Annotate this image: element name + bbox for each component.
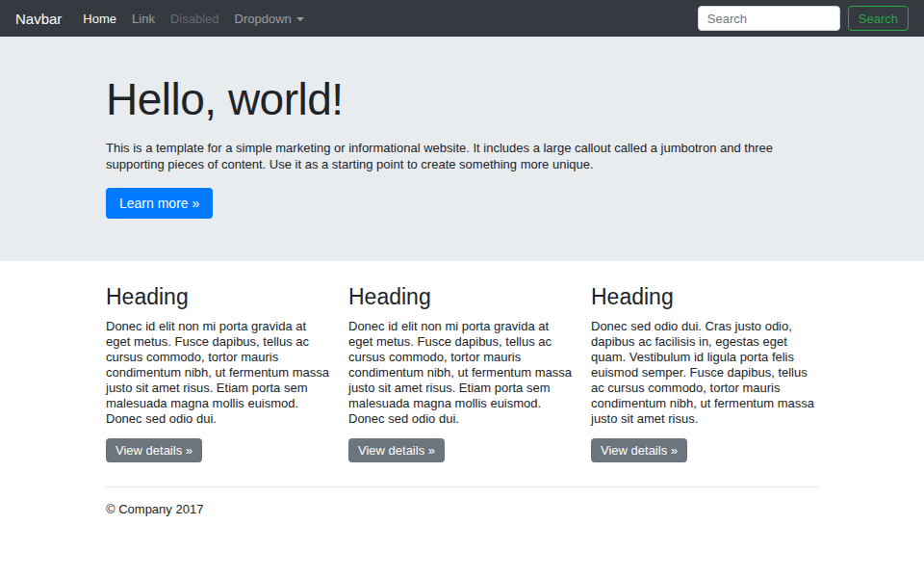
search-form: Search bbox=[698, 6, 909, 31]
page-title: Hello, world! bbox=[106, 75, 818, 124]
column-body: Donec id elit non mi porta gravida at eg… bbox=[348, 319, 576, 427]
nav-item-dropdown[interactable]: Dropdown bbox=[227, 12, 312, 26]
view-details-button-3[interactable]: View details » bbox=[591, 438, 687, 462]
learn-more-button[interactable]: Learn more » bbox=[106, 188, 213, 219]
nav-item-dropdown-label: Dropdown bbox=[235, 12, 292, 26]
footer: © Company 2017 bbox=[106, 502, 818, 516]
column-heading: Heading bbox=[106, 284, 333, 310]
nav-item-link[interactable]: Link bbox=[124, 12, 163, 26]
column-body: Donec id elit non mi porta gravida at eg… bbox=[106, 319, 333, 427]
column-body: Donec sed odio dui. Cras justo odio, dap… bbox=[591, 319, 818, 427]
nav-item-disabled: Disabled bbox=[163, 12, 227, 26]
search-button[interactable]: Search bbox=[848, 6, 909, 31]
column-heading: Heading bbox=[591, 284, 818, 310]
navbar: Navbar Home Link Disabled Dropdown Searc… bbox=[0, 0, 924, 37]
navbar-brand[interactable]: Navbar bbox=[15, 11, 62, 27]
columns-row: Heading Donec id elit non mi porta gravi… bbox=[106, 284, 818, 462]
column-1: Heading Donec id elit non mi porta gravi… bbox=[106, 284, 333, 462]
jumbotron-content: Hello, world! This is a template for a s… bbox=[106, 75, 818, 219]
view-details-button-1[interactable]: View details » bbox=[106, 438, 202, 462]
navbar-nav: Home Link Disabled Dropdown bbox=[75, 12, 697, 26]
column-heading: Heading bbox=[348, 284, 576, 310]
copyright-text: © Company 2017 bbox=[106, 502, 818, 516]
main-content: Heading Donec id elit non mi porta gravi… bbox=[106, 284, 818, 516]
view-details-button-2[interactable]: View details » bbox=[348, 438, 445, 462]
caret-down-icon bbox=[296, 17, 304, 21]
jumbotron-lead: This is a template for a simple marketin… bbox=[106, 140, 818, 172]
footer-divider bbox=[106, 486, 818, 487]
column-3: Heading Donec sed odio dui. Cras justo o… bbox=[591, 284, 818, 462]
jumbotron: Hello, world! This is a template for a s… bbox=[0, 37, 924, 261]
nav-item-home[interactable]: Home bbox=[75, 12, 124, 26]
search-input[interactable] bbox=[698, 6, 840, 31]
column-2: Heading Donec id elit non mi porta gravi… bbox=[348, 284, 576, 462]
